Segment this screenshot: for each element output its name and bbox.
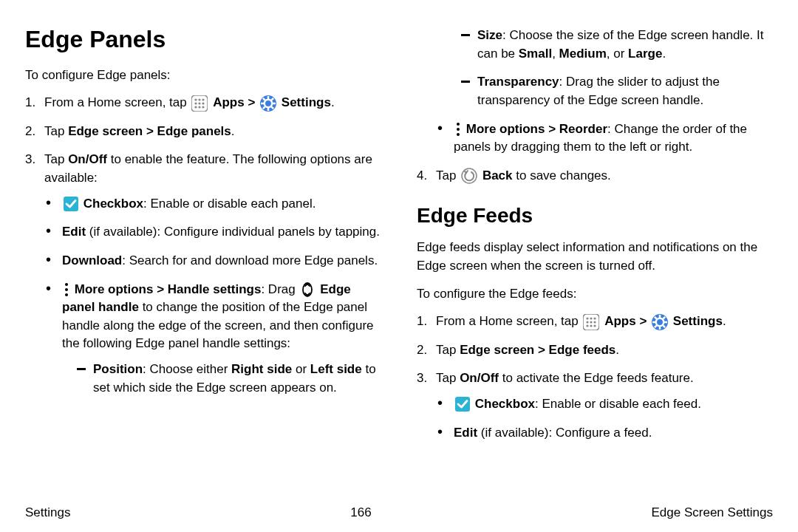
step-text: Tap — [44, 124, 68, 138]
feed-step-2: Tap Edge screen > Edge feeds. — [417, 341, 773, 360]
feeds-steps: From a Home screen, tap Apps > Settings.… — [417, 313, 773, 442]
setting-position: Position: Choose either Right side or Le… — [77, 361, 381, 397]
option-reorder: More options > Reorder: Change the order… — [436, 120, 773, 157]
large: Large — [628, 47, 662, 61]
intro-text: To configure Edge panels: — [25, 66, 381, 85]
drag-handle-icon — [300, 282, 315, 297]
edit-label: Edit — [454, 426, 477, 440]
heading-edge-panels: Edge Panels — [25, 22, 381, 56]
settings-label: Settings — [282, 95, 331, 109]
back-label: Back — [482, 168, 513, 183]
desc: : Enable or disable each panel. — [143, 197, 316, 211]
txt: , — [552, 47, 559, 61]
feeds-config-intro: To configure the Edge feeds: — [417, 285, 773, 304]
step-text: From a Home screen, tap — [44, 95, 190, 109]
trans-label: Transparency — [477, 75, 559, 89]
txt: : Choose either — [143, 362, 231, 376]
desc: : Drag — [261, 282, 299, 296]
feed-option-checkbox: Checkbox: Enable or disable each feed. — [436, 395, 773, 414]
option-download: Download: Search for and download more E… — [44, 252, 381, 270]
download-label: Download — [62, 253, 122, 267]
txt: to save changes. — [513, 168, 611, 183]
gear-icon — [652, 314, 668, 330]
step-3: Tap On/Off to enable the feature. The fo… — [25, 151, 381, 397]
feeds-intro: Edge feeds display select information an… — [417, 239, 773, 275]
footer-right: Edge Screen Settings — [652, 505, 773, 520]
checkbox-icon — [455, 397, 470, 412]
options-list: Checkbox: Enable or disable each panel. … — [44, 195, 381, 398]
steps-list: From a Home screen, tap Apps > Settings.… — [25, 94, 381, 397]
desc: : Search for and download more Edge pane… — [122, 253, 378, 267]
left-column: Edge Panels To configure Edge panels: Fr… — [25, 22, 381, 488]
page-footer: Settings 166 Edge Screen Settings — [25, 505, 773, 520]
setting-transparency: Transparency: Drag the slider to adjust … — [461, 73, 773, 109]
steps-cont: Tap Back to save changes. — [417, 167, 773, 185]
page-content: Edge Panels To configure Edge panels: Fr… — [0, 0, 798, 488]
heading-edge-feeds: Edge Feeds — [417, 201, 773, 231]
edit-label: Edit — [62, 225, 86, 239]
reorder-label: More options > Reorder — [466, 122, 607, 136]
dot: . — [723, 314, 726, 328]
onoff: On/Off — [460, 371, 499, 385]
feed-options: Checkbox: Enable or disable each feed. E… — [436, 395, 773, 442]
step-text: Tap — [44, 152, 68, 166]
checkbox-icon — [64, 197, 78, 211]
path: Edge screen > Edge feeds — [460, 343, 615, 357]
more-label: More options > Handle settings — [75, 282, 262, 296]
apps-icon — [191, 95, 208, 112]
dot: . — [331, 95, 335, 109]
handle-settings-cont: Size: Choose the size of the Edge screen… — [417, 27, 773, 110]
settings-label: Settings — [673, 314, 723, 328]
option-checkbox: Checkbox: Enable or disable each panel. — [44, 195, 381, 214]
step-1: From a Home screen, tap Apps > Settings. — [25, 94, 381, 112]
desc: (if available): Configure individual pan… — [86, 225, 380, 239]
txt: to activate the Edge feeds feature. — [499, 371, 694, 385]
feed-option-edit: Edit (if available): Configure a feed. — [436, 424, 773, 443]
step-4: Tap Back to save changes. — [417, 167, 773, 185]
more-options-icon — [455, 122, 461, 137]
desc: (if available): Configure a feed. — [477, 426, 652, 440]
pos-label: Position — [93, 362, 143, 376]
onoff: On/Off — [68, 152, 107, 166]
txt: Tap — [436, 168, 460, 183]
txt: or — [292, 362, 310, 376]
right-column: Size: Choose the size of the Edge screen… — [417, 22, 773, 488]
handle-settings: Position: Choose either Right side or Le… — [62, 361, 381, 397]
apps-label: Apps — [213, 95, 245, 109]
txt: , or — [607, 47, 628, 61]
feed-step-1: From a Home screen, tap Apps > Settings. — [417, 313, 773, 331]
options-cont: More options > Reorder: Change the order… — [417, 120, 773, 157]
footer-left: Settings — [25, 505, 70, 520]
dot: . — [231, 124, 235, 138]
checkbox-label: Checkbox — [475, 397, 535, 411]
gt: > — [639, 314, 650, 328]
footer-page-number: 166 — [350, 505, 371, 520]
txt: Tap — [436, 371, 460, 385]
size-label: Size — [477, 28, 502, 42]
txt: From a Home screen, tap — [436, 314, 582, 328]
txt: Tap — [436, 343, 460, 357]
checkbox-label: Checkbox — [83, 197, 143, 211]
option-more: More options > Handle settings: Drag Edg… — [44, 281, 381, 398]
left-side: Left side — [310, 362, 362, 376]
more-options-icon — [64, 282, 69, 297]
path: Edge screen > Edge panels — [68, 124, 231, 138]
medium: Medium — [559, 47, 607, 61]
apps-icon — [583, 314, 599, 330]
small: Small — [519, 47, 552, 61]
feed-step-3: Tap On/Off to activate the Edge feeds fe… — [417, 369, 773, 442]
setting-size: Size: Choose the size of the Edge screen… — [461, 27, 773, 63]
right-side: Right side — [231, 362, 292, 376]
txt: . — [662, 47, 666, 61]
gear-icon — [260, 95, 276, 112]
dot: . — [615, 343, 619, 357]
gt: > — [248, 95, 259, 109]
back-icon — [461, 168, 477, 184]
desc: : Enable or disable each feed. — [535, 397, 701, 411]
apps-label: Apps — [604, 314, 636, 328]
step-2: Tap Edge screen > Edge panels. — [25, 123, 381, 141]
option-edit: Edit (if available): Configure individua… — [44, 223, 381, 242]
